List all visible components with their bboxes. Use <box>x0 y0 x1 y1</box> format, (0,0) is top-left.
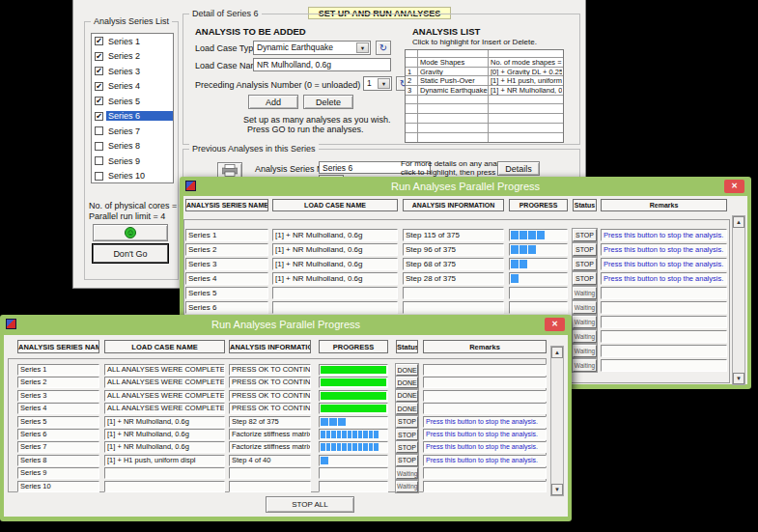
analysis-name-cell: Mode Shapes <box>418 58 489 67</box>
checkbox-icon[interactable] <box>95 172 103 181</box>
series-list-item[interactable]: ✔Series 4 <box>92 79 173 95</box>
analysis-info-cell: Step 115 of 375 <box>403 229 504 241</box>
scroll-up-icon[interactable]: ▲ <box>733 216 744 228</box>
status-button[interactable]: Waiting <box>573 301 597 314</box>
analysis-name-cell <box>418 124 489 132</box>
vertical-scrollbar[interactable]: ▲ ▼ <box>732 215 745 385</box>
delete-button[interactable]: Delete <box>303 95 353 109</box>
checkbox-icon[interactable]: ✔ <box>95 37 103 45</box>
status-button[interactable]: Waiting <box>573 316 597 328</box>
stop-all-button[interactable]: STOP ALL <box>266 496 354 513</box>
series-listbox[interactable]: ✔Series 1✔Series 2✔Series 3✔Series 4✔Ser… <box>91 33 174 183</box>
analysis-list-row[interactable]: 3Dynamic Earthquake[1] + NR Mulholland, … <box>406 86 563 96</box>
status-button[interactable]: Waiting <box>573 345 597 357</box>
checkbox-icon[interactable]: ✔ <box>95 52 103 61</box>
series-list-item[interactable]: Series 8 <box>92 139 173 154</box>
status-button[interactable]: DONE <box>396 377 418 388</box>
progress-segment <box>528 231 536 239</box>
remarks-cell <box>601 287 727 299</box>
status-button[interactable]: Waiting <box>573 330 597 343</box>
series-list-item[interactable]: Series 10 <box>92 169 173 184</box>
progress-segment <box>348 443 352 451</box>
column-header-analysis-info: ANALYSIS INFORMATION <box>403 199 504 211</box>
status-button[interactable]: STOP <box>573 229 597 241</box>
checkbox-icon[interactable] <box>95 156 103 165</box>
progress-segment <box>337 443 342 451</box>
series-list-item[interactable]: ✔Series 3 <box>92 64 173 79</box>
analysis-desc-cell: [1] + NR Mulholland, 0.6g <box>489 86 562 95</box>
checkbox-icon[interactable]: ✔ <box>95 82 103 91</box>
status-button[interactable]: STOP <box>396 441 418 453</box>
checkbox-icon[interactable]: ✔ <box>95 112 103 121</box>
scroll-up-icon[interactable]: ▲ <box>551 347 563 358</box>
progress-segment <box>374 443 379 451</box>
progress-segment <box>363 443 368 451</box>
progress-row: Series 7[1] + NR Mulholland, 0.6gFactori… <box>0 441 572 453</box>
analysis-list-row[interactable]: 2Static Push-Over[1] + H1 push, uniform … <box>406 76 563 86</box>
analysis-info-cell <box>403 287 504 299</box>
status-button[interactable]: STOP <box>573 272 597 285</box>
status-button[interactable]: STOP <box>396 429 418 440</box>
chevron-down-icon[interactable]: ▼ <box>356 42 369 53</box>
close-icon[interactable]: ✕ <box>545 318 565 331</box>
series-list-item[interactable]: ✔Series 6 <box>92 109 173 125</box>
titlebar[interactable]: Run Analyses Parallel Progress ✕ <box>0 315 572 334</box>
checkbox-icon[interactable] <box>95 142 103 151</box>
progress-bar <box>509 272 568 285</box>
progress-row: Series 5[1] + NR Mulholland, 0.6gStep 82… <box>0 416 572 428</box>
status-button[interactable]: DONE <box>396 390 418 402</box>
analysis-info-cell: Step 96 of 375 <box>403 243 504 256</box>
status-button[interactable]: Waiting <box>573 287 597 299</box>
column-header-load-case: LOAD CASE NAME <box>104 340 225 353</box>
series-list-item[interactable]: ✔Series 1 <box>92 34 173 49</box>
progress-segment <box>358 431 363 438</box>
add-button[interactable]: Add <box>248 95 298 109</box>
checkbox-icon[interactable]: ✔ <box>95 97 103 105</box>
status-button[interactable]: Waiting <box>396 467 418 479</box>
progress-segment <box>342 431 347 438</box>
scroll-down-icon[interactable]: ▼ <box>733 373 744 384</box>
status-button[interactable]: STOP <box>396 416 418 428</box>
status-button[interactable]: DONE <box>396 364 418 376</box>
remarks-cell: Press this button to stop the analysis. <box>423 455 547 466</box>
status-button[interactable]: Waiting <box>396 481 418 492</box>
status-button[interactable]: DONE <box>396 403 418 414</box>
details-button[interactable]: Details <box>497 161 540 176</box>
go-button[interactable]: ☺ <box>93 224 168 241</box>
dont-go-button[interactable]: Don't Go <box>93 244 168 263</box>
status-button[interactable]: STOP <box>573 258 597 270</box>
analysis-series-list-group: Analysis Series List ✔Series 1✔Series 2✔… <box>84 21 179 280</box>
analysis-list-row[interactable]: Mode ShapesNo. of mode shapes = 6 <box>406 58 563 68</box>
analysis-list-table: Mode ShapesNo. of mode shapes = 61Gravit… <box>405 49 564 143</box>
series-name-cell: Series 5 <box>17 416 99 428</box>
scroll-down-icon[interactable]: ▼ <box>551 484 563 495</box>
progress-segment <box>511 245 519 254</box>
status-button[interactable]: STOP <box>396 455 418 466</box>
progress-segment <box>338 418 346 426</box>
close-icon[interactable]: ✕ <box>724 180 744 193</box>
checkbox-icon[interactable] <box>95 126 103 135</box>
chevron-down-icon[interactable]: ▼ <box>378 78 390 89</box>
analysis-list-row[interactable] <box>406 114 563 124</box>
progress-segment <box>511 231 519 239</box>
titlebar[interactable]: Run Analyses Parallel Progress ✕ <box>180 177 751 196</box>
checkbox-icon[interactable]: ✔ <box>95 67 103 75</box>
series-list-item[interactable]: ✔Series 2 <box>92 49 173 65</box>
series-list-item[interactable]: Series 7 <box>92 124 173 139</box>
status-button[interactable]: Waiting <box>573 359 597 372</box>
refresh-load-case-type-button[interactable]: ↻ <box>376 41 391 55</box>
progress-bar-done <box>321 366 386 374</box>
analysis-list-row[interactable] <box>406 96 563 105</box>
analysis-list-row[interactable]: 1Gravity[0] + Gravity DL + 0.25LL <box>406 68 563 77</box>
analysis-list-row[interactable] <box>406 104 563 114</box>
preceding-analysis-select[interactable]: 1 ▼ <box>363 76 392 91</box>
vertical-scrollbar[interactable]: ▲ ▼ <box>550 346 564 496</box>
series-list-item[interactable]: Series 9 <box>92 154 173 169</box>
analysis-list-row[interactable] <box>406 133 563 143</box>
analysis-list-row[interactable] <box>406 124 563 133</box>
load-case-name-input[interactable] <box>253 58 391 71</box>
series-list-item[interactable]: ✔Series 5 <box>92 94 173 109</box>
load-case-type-select[interactable]: Dynamic Earthquake ▼ <box>253 41 371 55</box>
status-button[interactable]: STOP <box>573 243 597 256</box>
analysis-number-cell: 2 <box>406 76 418 85</box>
